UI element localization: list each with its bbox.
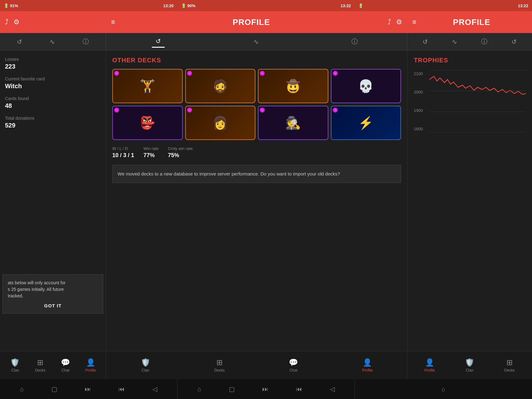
status-bar-left-3: 🔋 [358, 3, 363, 8]
tab-stats-3[interactable]: ∿ [448, 36, 461, 47]
card-gem-5 [114, 108, 119, 113]
header-title-2: PROFILE [115, 17, 388, 27]
nav-clan-1[interactable]: 🛡️ Clan [6, 358, 24, 373]
profile-icon-1: 👤 [86, 358, 95, 367]
profile-label-3: Profile [424, 368, 435, 373]
chart-area [429, 70, 526, 132]
stat-winrate-label: Win rate [143, 146, 158, 151]
clan-label-2: Clan [142, 368, 149, 373]
tab-info-2[interactable]: ⓘ [348, 36, 361, 48]
settings-icon-2[interactable]: ⚙ [396, 18, 402, 26]
tab-history-3b[interactable]: ↺ [508, 36, 520, 47]
nav-clan-3[interactable]: 🛡️ Clan [460, 358, 479, 373]
battery-icon-3: 🔋 [358, 3, 363, 8]
nav-decks-2[interactable]: ⊞ Decks [210, 358, 229, 373]
tab-info-3[interactable]: ⓘ [477, 36, 491, 48]
tab-bars: ↺ ∿ ⓘ ↺ ∿ ⓘ ↺ ∿ ⓘ ↺ [0, 33, 532, 50]
square-btn-1[interactable]: ▢ [51, 385, 57, 393]
status-bar-left-2: 🔋 90% [181, 3, 196, 8]
home-btn-1[interactable]: ⌂ [20, 386, 24, 393]
stat-donations: Total donations 529 [5, 116, 101, 129]
main-content: Losses 223 Current favorite card Witch C… [0, 50, 532, 351]
tab-stats-2[interactable]: ∿ [250, 36, 263, 47]
home-btn-3[interactable]: ⌂ [442, 386, 445, 393]
chart-label-2000: 2000 [414, 90, 423, 94]
card-4[interactable]: 💀 [331, 69, 401, 103]
card-8[interactable]: ⚡ [331, 106, 401, 140]
card-gem-3 [260, 71, 265, 76]
grid-line-3 [429, 112, 526, 112]
skip-back-btn-1[interactable]: ⏮ [118, 386, 125, 393]
right-panel: TROPHIES 2100 2000 1900 1800 [407, 50, 532, 351]
stat-donations-value: 529 [5, 122, 101, 129]
profile-label-1: Profile [85, 368, 96, 373]
decks-label-2: Decks [214, 368, 225, 373]
card-gem-8 [333, 108, 338, 113]
tab-info-1[interactable]: ⓘ [79, 36, 93, 48]
tab-history-2[interactable]: ↺ [152, 36, 165, 48]
clan-label-1: Clan [11, 368, 19, 373]
tab-history-1[interactable]: ↺ [13, 36, 26, 47]
status-bar-2: 🔋 90% 13:22 [177, 0, 355, 11]
app-headers: ⤴ ⚙ ≡ PROFILE ⤴ ⚙ ≡ PROFILE [0, 11, 532, 33]
profile-icon-2: 👤 [363, 358, 372, 367]
skip-fwd-btn-1[interactable]: ⏭ [85, 386, 91, 393]
battery-level-2: 90% [187, 3, 196, 8]
nav-profile-1[interactable]: 👤 Profile [81, 358, 100, 373]
card-gem-2 [187, 71, 192, 76]
tab-history-3[interactable]: ↺ [419, 36, 432, 47]
got-it-button[interactable]: GOT IT [8, 303, 98, 308]
app-header-1: ⤴ ⚙ [0, 11, 106, 33]
card-char-1: 🏋️ [140, 79, 155, 94]
back-btn-2[interactable]: ◁ [330, 385, 335, 393]
system-nav-2: ⌂ ▢ ⏭ ⏮ ◁ [177, 379, 355, 399]
grid-line-2 [429, 91, 526, 91]
nav-decks-1[interactable]: ⊞ Decks [31, 358, 50, 373]
back-btn-1[interactable]: ◁ [152, 385, 157, 393]
chart-labels: 2100 2000 1900 1800 [414, 70, 423, 132]
card-5[interactable]: 👺 [112, 106, 183, 140]
card-char-8: ⚡ [358, 116, 374, 130]
status-bar-3: 🔋 13:22 [355, 0, 532, 11]
stat-cmty-label: Cmty win rate [168, 146, 192, 151]
clan-icon-3: 🛡️ [465, 358, 474, 367]
nav-decks-3[interactable]: ⊞ Decks [500, 358, 519, 373]
skip-back-btn-2[interactable]: ⏮ [296, 386, 302, 393]
decks-label-3: Decks [504, 368, 515, 373]
chart-grid [429, 70, 526, 132]
menu-icon-3[interactable]: ≡ [412, 18, 416, 26]
card-3[interactable]: 🤠 [258, 69, 328, 103]
app-header-2: ≡ PROFILE ⤴ ⚙ [106, 11, 407, 33]
chart-label-2100: 2100 [414, 71, 423, 76]
nav-profile-2[interactable]: 👤 Profile [358, 358, 377, 373]
card-char-7: 🕵️ [285, 116, 301, 130]
status-time-2: 13:22 [341, 3, 351, 8]
battery-level-1: 91% [10, 3, 18, 8]
stat-losses: Losses 223 [5, 57, 101, 70]
nav-chat-2[interactable]: 💬 Chat [284, 358, 303, 373]
nav-profile-3[interactable]: 👤 Profile [420, 358, 439, 373]
stat-donations-label: Total donations [5, 116, 101, 121]
tab-bar-2: ↺ ∿ ⓘ [106, 33, 407, 50]
chat-icon-1: 💬 [61, 358, 70, 367]
tab-stats-1[interactable]: ∿ [46, 36, 59, 47]
nav-chat-1[interactable]: 💬 Chat [56, 358, 75, 373]
system-nav-3: ⌂ [355, 379, 532, 399]
status-time-3: 13:22 [518, 3, 528, 8]
card-7[interactable]: 🕵️ [258, 106, 328, 140]
settings-icon-1[interactable]: ⚙ [13, 18, 20, 26]
nav-clan-2[interactable]: 🛡️ Clan [136, 358, 155, 373]
share-icon-1[interactable]: ⤴ [5, 18, 8, 26]
card-2[interactable]: 🧔 [185, 69, 256, 103]
bottom-navs: 🛡️ Clan ⊞ Decks 💬 Chat 👤 Profile 🛡️ Clan… [0, 351, 532, 379]
square-btn-2[interactable]: ▢ [229, 385, 235, 393]
card-6[interactable]: 👩 [185, 106, 256, 140]
skip-fwd-btn-2[interactable]: ⏭ [262, 386, 268, 393]
trophy-chart: 2100 2000 1900 1800 [414, 70, 526, 132]
menu-icon-2[interactable]: ≡ [111, 18, 115, 26]
home-btn-2[interactable]: ⌂ [197, 386, 201, 393]
card-1[interactable]: 🏋️ [112, 69, 183, 103]
trophies-title: TROPHIES [414, 57, 526, 64]
chat-icon-2: 💬 [289, 358, 298, 367]
share-icon-2[interactable]: ⤴ [388, 18, 391, 26]
